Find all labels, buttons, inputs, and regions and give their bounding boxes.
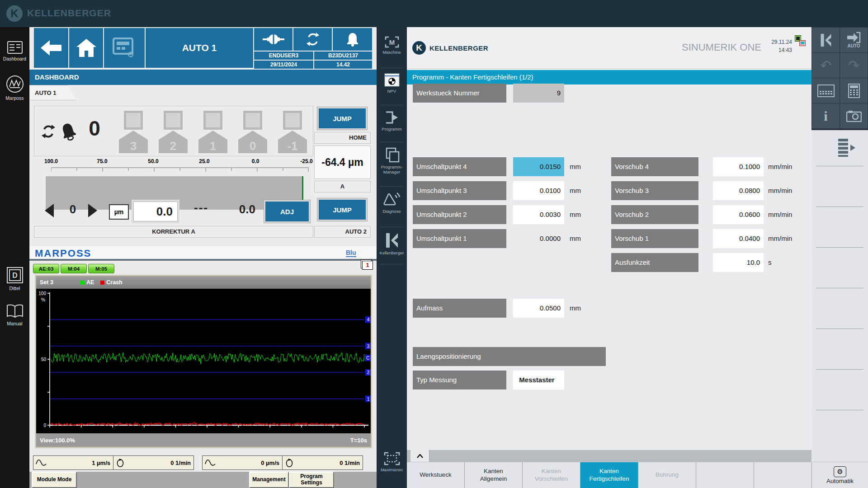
redo-button[interactable]: ↷ — [840, 53, 868, 78]
info-button[interactable]: i — [812, 103, 840, 128]
field-label: Umschaltpunkt 4 — [413, 157, 506, 176]
sidebar-item-manual[interactable]: Manual — [0, 304, 29, 326]
toolbar-item-kellenberger[interactable]: Kellenberger — [377, 232, 407, 255]
bell-icon — [345, 32, 360, 47]
field-unit: mm — [570, 229, 581, 248]
vorschub1-field[interactable]: 0.0400 — [713, 229, 764, 248]
field-label: Vorschub 2 — [611, 205, 698, 224]
grinding-wheel-icon — [263, 33, 284, 45]
scale-tick-label: -25.0 — [294, 158, 319, 164]
calculator-button[interactable] — [840, 78, 868, 103]
marposs-tab-m05[interactable]: M:05 — [88, 264, 114, 273]
sidebar-item-dashboard[interactable]: Dashboard — [0, 41, 29, 61]
softkey-kanten-allgemein[interactable]: Kanten Allgemein — [465, 462, 523, 488]
marposs-tab-ae03[interactable]: AE:03 — [33, 264, 59, 273]
sidebar-item-dittel[interactable]: D Dittel — [0, 267, 29, 291]
legend-ae-swatch — [80, 281, 85, 285]
program-settings-button[interactable]: ⚙ — [104, 28, 145, 68]
bell-icon — [60, 122, 77, 141]
home-label: HOME — [314, 132, 371, 144]
alarm-status-button[interactable] — [333, 28, 372, 51]
dashboard-tab-auto1[interactable]: AUTO 1 — [29, 85, 76, 100]
umschaltpunkt1-field[interactable]: 0.0000 — [513, 229, 564, 248]
right-icon-grid: AUTO ↶ ↷ i — [811, 27, 868, 130]
meter-value: 1 µm/s — [47, 460, 113, 466]
korrektur-value-field[interactable]: 0.0 — [133, 202, 178, 221]
softkey-bohrung[interactable]: Bohrung — [638, 462, 696, 488]
vorschub2-field[interactable]: 0.0600 — [713, 205, 764, 224]
werkstueck-nummer-field[interactable]: 9 — [513, 84, 564, 103]
screenshot-button[interactable] — [840, 103, 868, 128]
aufmass-field[interactable]: 0.0500 — [513, 299, 564, 318]
vorschub3-field[interactable]: 0.0800 — [713, 181, 764, 200]
slot-number[interactable]: 0 — [238, 131, 267, 153]
left-sidebar: Dashboard Marposs D Dittel Manual — [0, 27, 29, 488]
toolbar-item-maximieren[interactable]: Maximieren — [377, 452, 407, 472]
right-panel: K KELLENBERGER SINUMERIK ONE 29.11.24 14… — [407, 27, 811, 488]
umschaltpunkt2-field[interactable]: 0.0030 — [513, 205, 564, 224]
softkey-automatik[interactable]: ⚙ Automatik — [811, 462, 868, 488]
mode-display[interactable]: AUTO 1 — [146, 28, 253, 68]
field-label: Vorschub 3 — [611, 181, 698, 200]
korrektur-increment-arrow[interactable] — [88, 204, 97, 217]
page-badge[interactable]: 1 — [361, 259, 374, 271]
wheel-status-button[interactable] — [254, 28, 292, 51]
toolbar-item-programm-manager[interactable]: Programm- Manager — [377, 147, 407, 175]
slot-square — [243, 111, 262, 130]
undo-button[interactable]: ↶ — [812, 53, 840, 78]
sidebar-label: Manual — [0, 321, 29, 326]
legend-ae-label: AE — [86, 279, 94, 286]
meter-value: 0 1/min — [125, 460, 193, 466]
adj-button[interactable]: ADJ — [265, 202, 309, 221]
program-settings-button-marposs[interactable]: Program Settings — [289, 472, 334, 488]
auto-mode-button[interactable]: AUTO — [840, 28, 868, 52]
jump-auto2-button[interactable]: JUMP — [319, 200, 366, 220]
chart-view-label: View:100.0% — [40, 437, 75, 444]
management-button[interactable]: Management — [249, 472, 289, 488]
meter: 0 1/min — [283, 455, 363, 470]
meter: 1 µm/s — [33, 455, 113, 470]
menu-expand-icon[interactable] — [836, 138, 857, 160]
toolbar-item-programm[interactable]: Programm — [377, 110, 407, 131]
slot-number[interactable]: 1 — [198, 131, 227, 153]
marposs-bar: MARPOSS Blu — [29, 246, 377, 261]
back-arrow-icon — [41, 40, 61, 56]
sidebar-item-marposs[interactable]: Marposs — [0, 75, 29, 101]
softkey-empty-2[interactable] — [754, 462, 811, 488]
field-label: Werkstueck Nummer — [413, 84, 506, 103]
toolbar-item-maschine[interactable]: M Maschine — [377, 36, 407, 55]
svg-text:⚙: ⚙ — [127, 50, 134, 58]
home-button[interactable] — [69, 28, 103, 68]
korrektur-unit-box[interactable]: µm — [109, 204, 129, 220]
keyboard-button[interactable] — [812, 78, 840, 103]
cycle-arrows-icon — [41, 123, 56, 140]
korrektur-decrement-arrow[interactable] — [45, 204, 54, 217]
kellenberger-menu-button[interactable] — [812, 28, 840, 52]
module-mode-button[interactable]: Module Mode — [32, 472, 77, 488]
softkey-empty-1[interactable] — [696, 462, 754, 488]
typ-messung-field[interactable]: Messtaster — [513, 371, 564, 389]
slot-number[interactable]: -1 — [278, 131, 307, 153]
sidebar-label: Dashboard — [0, 56, 29, 61]
softkey-kanten-vorschleifen[interactable]: Kanten Vorschleifen — [523, 462, 580, 488]
collapse-button[interactable] — [410, 450, 429, 462]
vorschub4-field[interactable]: 0.1000 — [713, 157, 764, 176]
field-label: Umschaltpunkt 3 — [413, 181, 506, 200]
field-unit: mm — [570, 181, 581, 200]
toolbar-item-diagnose[interactable]: Diagnose — [377, 192, 407, 214]
marposs-tab-m04[interactable]: M:04 — [61, 264, 87, 273]
cycle-arrows-icon — [305, 32, 321, 47]
cycle-status-button[interactable] — [293, 28, 332, 51]
jump-home-button[interactable]: JUMP — [319, 108, 366, 128]
back-button[interactable] — [34, 28, 68, 68]
field-unit: mm/min — [768, 205, 792, 224]
umschaltpunkt4-field[interactable]: 0.0150 — [513, 157, 564, 176]
softkey-kanten-fertigschleifen[interactable]: Kanten Fertigschleifen — [580, 462, 638, 488]
toolbar-item-npv[interactable]: NPV — [377, 73, 407, 94]
slot-number[interactable]: 2 — [159, 131, 188, 153]
maschine-icon: M — [385, 36, 399, 48]
softkey-werkstueck[interactable]: Werkstueck — [407, 462, 465, 488]
umschaltpunkt3-field[interactable]: 0.0100 — [513, 181, 564, 200]
ausfunkzeit-field[interactable]: 10.0 — [713, 253, 764, 272]
slot-number[interactable]: 3 — [119, 131, 148, 153]
